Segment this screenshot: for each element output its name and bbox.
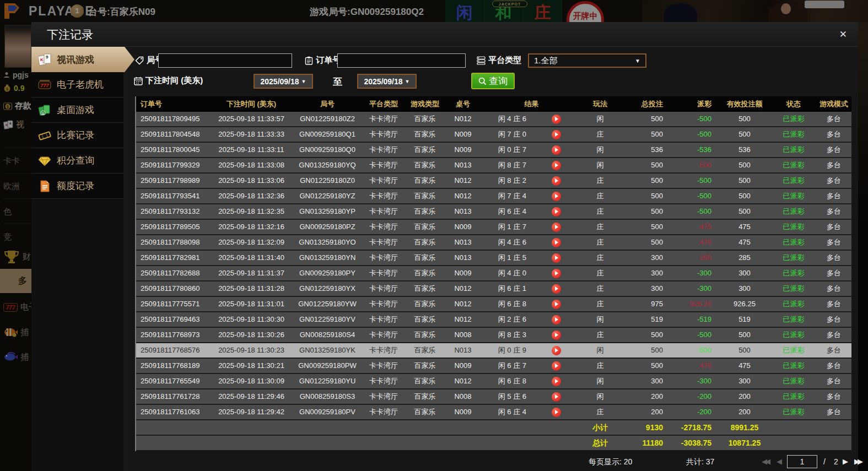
col-header: 总投注	[618, 96, 668, 112]
table-row[interactable]: 2509181177935412025-09-18 11:32:36GN0122…	[136, 189, 851, 204]
replay-icon[interactable]	[552, 331, 561, 340]
replay-icon[interactable]	[552, 284, 561, 294]
current-page-input[interactable]: 1	[787, 455, 817, 468]
round-number-input[interactable]	[158, 53, 292, 68]
cell-validBet: 285	[717, 251, 772, 265]
result-text: 闲 5 庄 6	[481, 389, 544, 404]
replay-icon[interactable]	[552, 238, 561, 247]
cell-totalBet: 500	[618, 158, 668, 172]
cell-time: 2025-09-18 11:31:37	[211, 266, 292, 280]
table-row[interactable]: 2509181177689732025-09-18 11:30:26GN0082…	[136, 328, 851, 343]
sidebar-item-slots[interactable]: 777 电子老虎机	[31, 72, 123, 98]
cell-order: 250918117768576	[136, 343, 211, 358]
replay-icon[interactable]	[552, 115, 561, 124]
replay-icon[interactable]	[552, 392, 561, 402]
sidebar-item-table-games[interactable]: $ 桌面游戏	[31, 98, 123, 123]
replay-icon[interactable]	[552, 315, 561, 324]
next-page-icon[interactable]: ▶	[843, 452, 848, 471]
close-icon[interactable]: ✕	[839, 22, 847, 47]
replay-icon[interactable]	[552, 377, 561, 386]
table-row[interactable]: 2509181177681892025-09-18 11:30:21GN0092…	[136, 359, 851, 374]
cell-mode: 多台	[815, 359, 853, 373]
cell-mode: 多台	[815, 405, 853, 419]
cell-payout: -200	[668, 389, 717, 404]
replay-icon[interactable]	[552, 408, 561, 417]
replay-icon[interactable]	[552, 223, 561, 232]
result-text: 闲 6 庄 7	[481, 359, 544, 373]
replay-icon[interactable]	[552, 300, 561, 309]
cell-validBet: 200	[717, 389, 772, 404]
replay-icon[interactable]	[552, 145, 561, 155]
sidebar-item-credit-records[interactable]: 额度记录	[31, 174, 123, 199]
table-row[interactable]: 2509181178045482025-09-18 11:33:33GN0092…	[136, 127, 851, 143]
replay-icon[interactable]	[552, 207, 561, 216]
prev-page-icon[interactable]: ◀	[777, 452, 782, 471]
replay-icon[interactable]	[552, 130, 561, 139]
cell-validBet: 536	[717, 143, 772, 157]
cell-round: GN009259180Q1	[292, 127, 363, 142]
table-row[interactable]: 2509181177617282025-09-18 11:29:46GN0082…	[136, 389, 851, 405]
cell-game: 百家乐	[405, 127, 445, 142]
table-row[interactable]: 2509181178094952025-09-18 11:33:57GN0122…	[136, 112, 851, 127]
chevron-down-icon: ▼	[301, 79, 306, 84]
sidebar-item-points-query[interactable]: 积分查询	[31, 148, 123, 174]
cell-time: 2025-09-18 11:32:35	[211, 204, 292, 219]
cell-game: 百家乐	[405, 359, 445, 373]
order-filter-label: 订单号	[305, 55, 341, 66]
table-row[interactable]: 2509181177655492025-09-18 11:30:09GN0122…	[136, 374, 851, 389]
cell-playType: 庄	[583, 359, 618, 373]
cell-mode: 多台	[815, 251, 853, 265]
table-row[interactable]: 2509181177989892025-09-18 11:33:06GN0122…	[136, 174, 851, 189]
cell-game: 百家乐	[405, 328, 445, 342]
replay-icon[interactable]	[552, 253, 561, 263]
replay-icon[interactable]	[552, 269, 561, 278]
table-row[interactable]: 2509181178000452025-09-18 11:33:11GN0092…	[136, 143, 851, 158]
table-row[interactable]: 2509181177808602025-09-18 11:31:28GN0122…	[136, 281, 851, 297]
col-header: 派彩	[668, 96, 717, 112]
last-page-icon[interactable]: ▶▶	[854, 452, 861, 471]
cell-result: 闲 8 庄 7	[481, 158, 583, 172]
date-from-picker[interactable]: 2025/09/18 ▼	[254, 74, 313, 89]
cell-game: 百家乐	[405, 251, 445, 265]
replay-icon[interactable]	[552, 161, 561, 170]
cell-playType: 闲	[583, 374, 618, 388]
cell-totalBet: 500	[618, 189, 668, 203]
cell-round: GN009259180PZ	[292, 220, 363, 234]
cell-result: 闲 0 庄 9	[481, 343, 583, 358]
cell-result: 闲 4 庄 6	[481, 112, 583, 126]
table-row[interactable]: 2509181177895052025-09-18 11:32:16GN0092…	[136, 220, 851, 235]
cell-payout: -500	[668, 343, 717, 358]
platform-type-select[interactable]: 1.全部 ▼	[528, 53, 646, 68]
table-row[interactable]: 2509181177993292025-09-18 11:33:08GN0132…	[136, 158, 851, 174]
table-row[interactable]: 2509181177829812025-09-18 11:31:40GN0132…	[136, 251, 851, 266]
replay-icon[interactable]	[552, 361, 561, 371]
cell-platform: 卡卡湾厅	[363, 235, 405, 250]
table-row[interactable]: 2509181177694632025-09-18 11:30:30GN0122…	[136, 312, 851, 328]
table-row[interactable]: 2509181177685762025-09-18 11:30:23GN0132…	[136, 343, 851, 359]
cell-status	[772, 436, 815, 450]
sidebar-item-match-records[interactable]: 比赛记录	[31, 123, 123, 148]
table-row[interactable]: 2509181177755712025-09-18 11:31:01GN0122…	[136, 297, 851, 312]
chevron-down-icon: ▼	[635, 58, 640, 64]
order-number-input[interactable]	[337, 53, 466, 68]
replay-icon[interactable]	[552, 192, 561, 201]
table-row[interactable]: 2509181177880982025-09-18 11:32:09GN0132…	[136, 235, 851, 251]
table-row[interactable]: 2509181177931322025-09-18 11:32:35GN0132…	[136, 204, 851, 220]
table-row[interactable]: 2509181177610632025-09-18 11:29:42GN0092…	[136, 405, 851, 420]
date-to-picker[interactable]: 2025/09/18 ▼	[357, 74, 417, 89]
svg-text:9: 9	[46, 55, 48, 59]
replay-icon[interactable]	[552, 346, 561, 355]
cell-payout: 926.25	[668, 297, 717, 311]
sidebar-item-label: 视讯游戏	[57, 53, 94, 66]
cell-payout: -500	[668, 127, 717, 142]
table-row[interactable]: 2509181177826882025-09-18 11:31:37GN0092…	[136, 266, 851, 281]
sidebar-item-video-games[interactable]: K9 视讯游戏	[31, 47, 134, 72]
cell-totalBet: 300	[618, 281, 668, 296]
query-button[interactable]: 查询	[471, 73, 515, 89]
cell-tableNo: N009	[445, 359, 481, 373]
cell-game: 百家乐	[405, 281, 445, 296]
replay-icon[interactable]	[552, 176, 561, 186]
cell-totalBet: 500	[618, 112, 668, 126]
cell-tableNo: N013	[445, 158, 481, 172]
first-page-icon[interactable]: ◀◀	[762, 452, 768, 471]
